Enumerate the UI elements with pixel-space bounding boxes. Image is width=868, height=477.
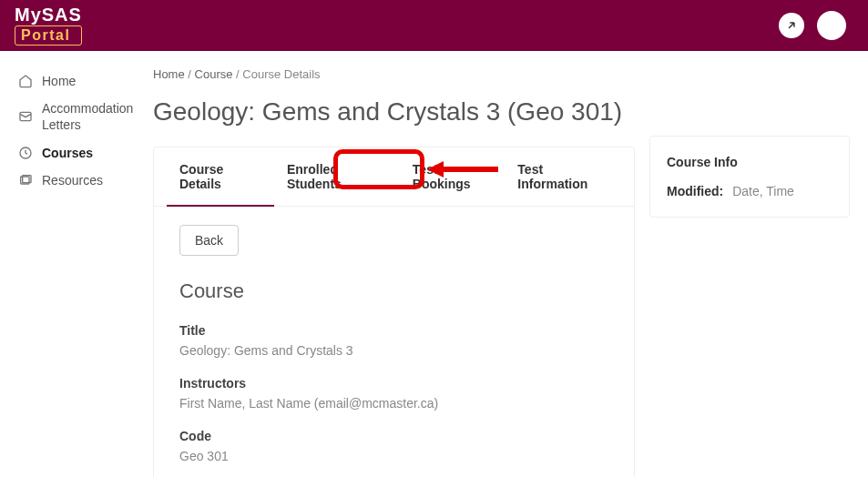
- page-title: Geology: Gems and Crystals 3 (Geo 301): [153, 97, 635, 127]
- tab-course-details[interactable]: Course Details: [167, 147, 274, 206]
- topbar: MySAS Portal: [0, 0, 868, 51]
- tab-test-bookings[interactable]: Test Bookings: [400, 147, 505, 206]
- back-button[interactable]: Back: [179, 225, 239, 256]
- card-body: Back Course Title Geology: Gems and Crys…: [154, 207, 634, 477]
- home-icon: [18, 74, 33, 88]
- modified-value: Date, Time: [732, 184, 794, 198]
- sidebar-item-label: Home: [42, 73, 76, 89]
- field-label: Instructors: [179, 376, 608, 391]
- app-logo[interactable]: MySAS Portal: [15, 5, 82, 46]
- logo-line1: MySAS: [15, 5, 82, 24]
- external-link-icon[interactable]: [779, 13, 804, 38]
- field-code: Code Geo 301: [179, 429, 608, 463]
- sidebar-item-resources[interactable]: Resources: [15, 167, 137, 194]
- sidebar-item-home[interactable]: Home: [15, 67, 137, 95]
- sidebar-item-label: Courses: [42, 145, 93, 161]
- sidebar-item-courses[interactable]: Courses: [15, 139, 137, 167]
- sidebar-item-label: Resources: [42, 172, 103, 188]
- logo-line2: Portal: [15, 25, 82, 46]
- breadcrumb: Home / Course / Course Details: [153, 67, 635, 81]
- course-info-modified-row: Modified: Date, Time: [667, 184, 832, 198]
- field-title: Title Geology: Gems and Crystals 3: [179, 323, 608, 358]
- main: Home / Course / Course Details Geology: …: [146, 51, 868, 477]
- field-value: First Name, Last Name (email@mcmaster.ca…: [179, 396, 608, 411]
- field-value: Geology: Gems and Crystals 3: [179, 343, 608, 358]
- breadcrumb-current: Course Details: [242, 67, 320, 81]
- modified-label: Modified:: [667, 184, 723, 198]
- clock-icon: [18, 146, 33, 160]
- topbar-right: [779, 11, 846, 40]
- sidebar-item-accommodation[interactable]: Accommodation Letters: [15, 95, 137, 138]
- tab-enrolled-students[interactable]: Enrolled Students: [274, 147, 400, 206]
- folder-icon: [18, 173, 33, 188]
- tab-test-information[interactable]: Test Information: [505, 147, 621, 206]
- user-avatar[interactable]: [817, 11, 846, 40]
- course-section-heading: Course: [179, 279, 608, 303]
- breadcrumb-course[interactable]: Course: [195, 67, 233, 81]
- field-instructors: Instructors First Name, Last Name (email…: [179, 376, 608, 411]
- sidebar-item-label: Accommodation Letters: [42, 100, 133, 133]
- breadcrumb-home[interactable]: Home: [153, 67, 185, 81]
- letter-icon: [18, 109, 33, 124]
- field-label: Code: [179, 429, 608, 443]
- content-column: Home / Course / Course Details Geology: …: [153, 67, 635, 477]
- field-value: Geo 301: [179, 449, 608, 463]
- field-label: Title: [179, 323, 608, 338]
- course-info-heading: Course Info: [667, 155, 832, 169]
- course-card: Course Details Enrolled Students Test Bo…: [153, 147, 635, 477]
- layout: Home Accommodation Letters Courses Resou…: [0, 51, 868, 477]
- tabs: Course Details Enrolled Students Test Bo…: [154, 147, 634, 207]
- sidebar: Home Accommodation Letters Courses Resou…: [0, 51, 146, 477]
- course-info-panel: Course Info Modified: Date, Time: [649, 136, 850, 218]
